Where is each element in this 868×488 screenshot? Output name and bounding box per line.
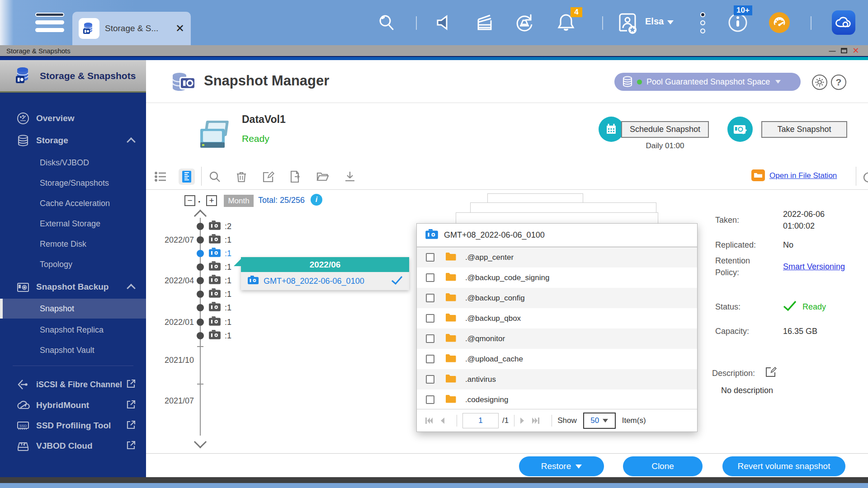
page-total-label: /1 [502, 416, 509, 425]
external-link-icon [126, 420, 136, 432]
sidebar-item-disks-vjbod[interactable]: Disks/VJBOD [0, 153, 146, 173]
minimize-icon[interactable]: — [826, 47, 838, 55]
checkbox[interactable] [426, 294, 434, 302]
refresh-icon[interactable] [860, 169, 868, 185]
collapse-chevron-icon[interactable] [127, 137, 136, 146]
folder-row[interactable]: .@backup_code_signing [417, 267, 697, 288]
open-in-file-station-link[interactable]: Open in File Station [769, 171, 837, 180]
first-page-icon[interactable] [425, 417, 433, 424]
sidebar-item-snapshot-vault[interactable]: Snapshot Vault [0, 340, 146, 360]
retention-policy-link[interactable]: Smart Versioning [783, 262, 845, 272]
close-window-icon[interactable]: ✕ [850, 46, 862, 56]
page-number-input[interactable] [462, 413, 499, 428]
folder-row[interactable]: .antivirus [417, 369, 697, 389]
vjbod-cloud-icon [16, 440, 30, 452]
sidebar-item-snapshot-backup[interactable]: Snapshot Backup [0, 276, 146, 298]
sidebar-item-overview[interactable]: Overview [0, 108, 146, 129]
schedule-snapshot-button[interactable]: Schedule Snapshot [621, 121, 709, 138]
checkbox[interactable] [426, 355, 434, 363]
user-menu[interactable]: Elsa [645, 16, 674, 27]
page-size-select[interactable]: 50 [583, 413, 616, 429]
sidebar-item-storage[interactable]: Storage [0, 130, 146, 151]
zoom-in-button[interactable]: + [206, 195, 217, 206]
folder-row[interactable]: .@upload_cache [417, 349, 697, 369]
list-view-icon[interactable] [152, 169, 169, 185]
timeline-view-icon[interactable] [179, 169, 195, 185]
sidebar-item-snapshot-replica[interactable]: Snapshot Replica [0, 320, 146, 340]
edit-snapshot-icon[interactable] [260, 169, 277, 185]
cloud-app-icon[interactable] [832, 10, 855, 35]
folder-row[interactable]: .codesigning [417, 389, 697, 410]
more-options-icon[interactable] [691, 10, 714, 35]
user-avatar-icon[interactable] [616, 10, 639, 35]
folder-name: .@upload_cache [465, 355, 523, 364]
action-footer: Restore Clone Revert volume snapshot [146, 453, 868, 477]
open-folder-icon[interactable] [315, 169, 331, 185]
sidebar-item-ssd-profiling-tool[interactable]: SSD SSD Profiling Tool [0, 415, 146, 436]
main-menu-icon[interactable] [35, 13, 64, 33]
settings-gear-icon[interactable] [812, 75, 827, 90]
app-tab-storage-snapshots[interactable]: Storage & S... ✕ [72, 12, 191, 45]
folder-icon [445, 354, 456, 364]
background-tasks-icon[interactable] [473, 10, 496, 35]
snapshot-name-link[interactable]: GMT+08_2022-06-06_0100 [264, 277, 391, 286]
sidebar-item-snapshot[interactable]: Snapshot [0, 299, 146, 319]
pool-guaranteed-snapshot-space-button[interactable]: Pool Guaranteed Snapshot Space [614, 73, 801, 91]
folder-row[interactable]: .@app_center [417, 247, 697, 267]
next-page-icon[interactable] [520, 417, 525, 424]
folder-row[interactable]: .@backup_qbox [417, 308, 697, 328]
folder-row[interactable]: .@qmonitor [417, 328, 697, 349]
window-accent-bar [0, 56, 868, 60]
folder-icon [445, 394, 456, 405]
checkbox[interactable] [426, 334, 434, 343]
popup-title: GMT+08_2022-06-06_0100 [444, 230, 545, 240]
sync-restart-icon[interactable] [513, 10, 536, 35]
timeline-scroll-down-icon[interactable] [194, 436, 207, 448]
sidebar-item-remote-disk[interactable]: Remote Disk [0, 234, 146, 254]
search-icon[interactable] [375, 10, 398, 35]
restore-dropdown-icon [576, 465, 582, 469]
help-icon[interactable]: ? [831, 75, 846, 90]
sidebar-item-iscsi-fibre-channel[interactable]: iSCSI & Fibre Channel [0, 374, 146, 395]
sidebar-item-cache-acceleration[interactable]: Cache Acceleration [0, 193, 146, 213]
sidebar-item-label: Snapshot [40, 304, 74, 314]
clone-button[interactable]: Clone [623, 456, 703, 476]
snapshot-camera-icon [208, 275, 221, 286]
prev-page-icon[interactable] [439, 417, 445, 424]
status-check-icon [783, 300, 797, 313]
timeline-dot [197, 319, 204, 326]
maximize-icon[interactable] [838, 47, 850, 55]
sidebar-item-vjbod-cloud[interactable]: VJBOD Cloud [0, 435, 146, 457]
folder-icon [445, 374, 456, 385]
last-page-icon[interactable] [532, 417, 540, 424]
download-snapshot-icon[interactable] [342, 169, 358, 185]
edit-description-icon[interactable] [765, 366, 777, 380]
checkbox[interactable] [426, 395, 434, 404]
checkbox[interactable] [426, 375, 434, 384]
folder-icon [445, 252, 456, 263]
folder-row[interactable]: .@backup_config [417, 288, 697, 308]
checkbox[interactable] [426, 273, 434, 282]
info-icon[interactable]: i [311, 194, 322, 206]
tab-close-icon[interactable]: ✕ [175, 22, 184, 35]
dashboard-icon[interactable] [768, 10, 791, 35]
pagination-divider [552, 415, 552, 427]
search-snapshot-icon[interactable] [207, 169, 223, 185]
schedule-snapshot-icon[interactable] [599, 117, 624, 142]
take-snapshot-button[interactable]: Take Snapshot [761, 121, 847, 138]
sidebar-item-hybridmount[interactable]: HybridMount [0, 394, 146, 416]
revert-volume-snapshot-button[interactable]: Revert volume snapshot [722, 456, 845, 476]
sidebar-item-external-storage[interactable]: External Storage [0, 214, 146, 234]
take-snapshot-icon[interactable] [727, 117, 753, 142]
checkbox[interactable] [426, 253, 434, 262]
volume-icon[interactable] [433, 10, 457, 35]
export-snapshot-icon[interactable] [287, 169, 303, 185]
delete-snapshot-icon[interactable] [233, 169, 250, 185]
restore-button[interactable]: Restore [519, 456, 604, 476]
collapse-chevron-icon[interactable] [127, 284, 136, 293]
checkbox[interactable] [426, 314, 434, 323]
zoom-out-button[interactable]: − [184, 195, 195, 206]
sidebar-item-storage-snapshots[interactable]: Storage/Snapshots [0, 173, 146, 193]
sidebar-item-topology[interactable]: Topology [0, 254, 146, 274]
iscsi-icon [16, 379, 30, 390]
